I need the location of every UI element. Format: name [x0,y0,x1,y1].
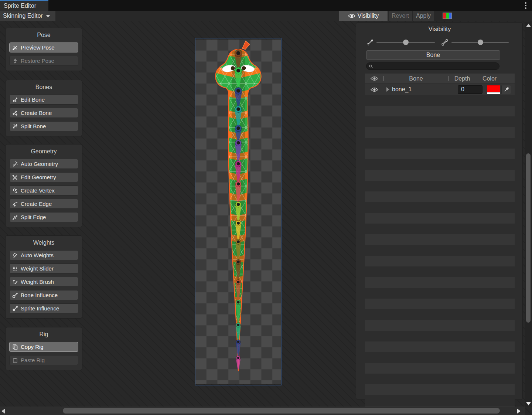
geometry-panel: Geometry Auto Geometry Edit Geometry Cre… [5,144,82,227]
bone-search-field[interactable] [366,62,499,70]
row-visibility-eye-icon[interactable] [371,87,378,92]
weight-brush-label: Weight Brush [21,279,54,285]
weight-slider-label: Weight Slider [21,265,54,272]
preview-pose-icon [12,45,18,51]
revert-label: Revert [392,13,409,19]
split-edge-button[interactable]: Split Edge [9,212,78,222]
split-edge-label: Split Edge [21,214,46,220]
snake-sprite-mesh [195,38,281,385]
scroll-up-icon[interactable] [526,24,531,27]
bone-color-swatch[interactable] [487,85,500,94]
create-edge-icon [12,201,18,207]
copy-rig-label: Copy Rig [21,344,44,350]
weights-panel: Weights Auto Weights Weight Slider Weigh… [5,235,82,319]
edit-bone-icon [12,97,18,103]
weight-slider-button[interactable]: Weight Slider [9,263,78,273]
preview-pose-label: Preview Pose [21,44,55,51]
geometry-panel-title: Geometry [9,148,78,155]
bone-opacity-knob[interactable] [403,40,409,45]
mode-dropdown-label: Skinning Editor [3,13,43,19]
expander-triangle-icon[interactable] [386,87,389,92]
tab-sprite-editor[interactable]: Sprite Editor [0,0,48,11]
bone-influence-icon [12,292,18,298]
eyedropper-button[interactable] [501,85,511,94]
create-vertex-button[interactable]: Create Vertex [9,186,78,195]
split-bone-icon [12,123,18,129]
edit-geometry-label: Edit Geometry [21,174,56,180]
revert-button[interactable]: Revert [389,11,412,21]
split-edge-icon [12,214,18,220]
tab-label: Sprite Editor [4,3,36,9]
vertical-scroll-thumb[interactable] [526,153,531,323]
create-vertex-label: Create Vertex [21,187,55,194]
depth-value: 0 [461,86,464,93]
bone-row[interactable]: bone_1 0 [365,84,515,95]
scroll-down-icon[interactable] [526,402,531,405]
visibility-panel: Visibility Bone Bone Depth Color bo [356,22,523,400]
col-depth[interactable]: Depth [449,75,476,82]
search-input[interactable] [375,64,497,69]
mesh-opacity-knob[interactable] [478,40,483,45]
kebab-menu-icon[interactable] [522,1,529,10]
edit-bone-button[interactable]: Edit Bone [9,95,78,105]
skinning-editor-dropdown[interactable]: Skinning Editor [0,11,55,21]
col-color[interactable]: Color [476,75,503,82]
paste-rig-button[interactable]: Paste Rig [9,355,78,365]
create-edge-label: Create Edge [21,201,52,207]
pose-panel: Pose Preview Pose Restore Pose [5,28,82,71]
scroll-right-icon[interactable] [517,409,521,414]
copy-icon [12,344,18,350]
split-bone-button[interactable]: Split Bone [9,121,78,131]
apply-button[interactable]: Apply [413,11,434,21]
create-bone-button[interactable]: Create Bone [9,108,78,118]
create-bone-icon [12,110,18,116]
eyedropper-icon [504,87,509,92]
bone-opacity-icon [366,39,374,46]
scroll-left-icon[interactable] [1,409,5,414]
bone-tab-label: Bone [426,52,440,58]
sprite-influence-button[interactable]: Sprite Influence [9,303,78,313]
bone-influence-button[interactable]: Bone Influence [9,290,78,300]
toolbar: Skinning Editor Visibility Revert Apply [0,11,532,21]
color-channels-icon[interactable] [443,13,452,19]
bones-panel-title: Bones [9,84,78,91]
bone-tab[interactable]: Bone [366,50,500,60]
create-vertex-icon [12,188,18,194]
visibility-toggle-button[interactable]: Visibility [339,11,388,21]
mesh-opacity-icon [441,39,449,46]
restore-pose-label: Restore Pose [21,58,54,64]
auto-geometry-icon [12,161,18,167]
auto-weights-icon [12,252,18,258]
horizontal-scroll-thumb[interactable] [63,408,500,414]
auto-geometry-button[interactable]: Auto Geometry [9,159,78,169]
edit-geometry-icon [12,174,18,180]
weights-panel-title: Weights [9,239,78,246]
auto-weights-button[interactable]: Auto Weights [9,250,78,260]
restore-pose-button[interactable]: Restore Pose [9,56,78,66]
sprite-canvas[interactable] [195,38,282,385]
preview-pose-button[interactable]: Preview Pose [9,42,78,52]
sprite-influence-label: Sprite Influence [21,305,59,312]
empty-row-stripes [365,95,515,412]
paste-rig-label: Paste Rig [21,357,45,363]
rig-panel-title: Rig [9,331,78,338]
copy-rig-button[interactable]: Copy Rig [9,342,78,352]
bone-table-header: Bone Depth Color [365,74,515,84]
bone-influence-label: Bone Influence [21,292,58,298]
weight-slider-icon [12,266,18,272]
restore-pose-icon [12,58,18,64]
create-bone-label: Create Bone [21,110,52,116]
create-edge-button[interactable]: Create Edge [9,199,78,209]
title-bar: Sprite Editor [0,0,532,11]
edit-geometry-button[interactable]: Edit Geometry [9,172,78,182]
visibility-label: Visibility [358,13,379,19]
depth-input[interactable]: 0 [458,85,482,94]
weight-brush-button[interactable]: Weight Brush [9,277,78,287]
vertical-scrollbar[interactable] [525,22,532,407]
col-bone[interactable]: Bone [384,75,448,82]
edit-bone-label: Edit Bone [21,96,45,103]
split-bone-label: Split Bone [21,123,46,129]
horizontal-scrollbar[interactable] [0,407,525,415]
pose-panel-title: Pose [9,32,78,38]
apply-label: Apply [416,13,431,19]
